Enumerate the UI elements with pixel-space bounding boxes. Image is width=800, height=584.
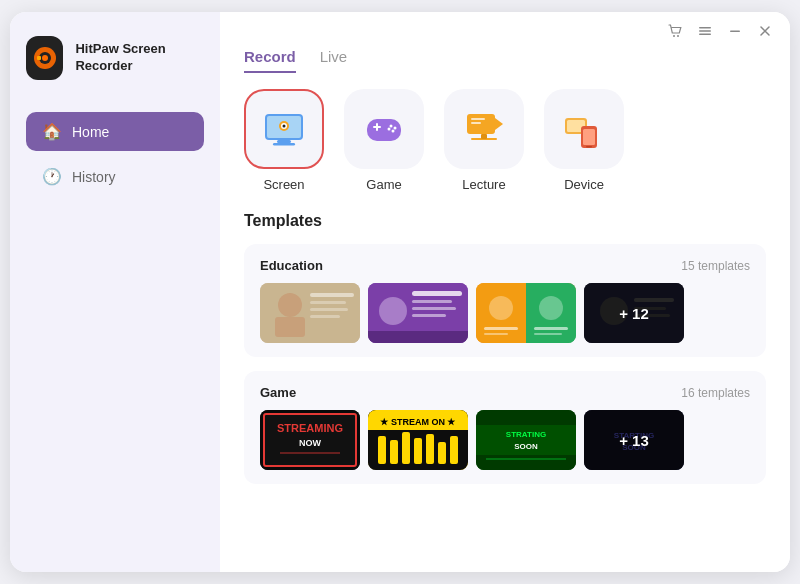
svg-point-5 [677,35,679,37]
app-title: HitPaw Screen Recorder [75,41,204,75]
svg-rect-26 [471,118,485,120]
svg-rect-38 [310,293,354,297]
svg-text:STRATING: STRATING [506,430,546,439]
sidebar-history-label: History [72,169,116,185]
game-thumb-2[interactable]: ★ STREAM ON ★ [368,410,468,470]
record-mode-game[interactable]: Game [344,89,424,192]
svg-marker-25 [495,118,503,130]
edu-thumb-1[interactable] [260,283,360,343]
edu-thumb-3[interactable] [476,283,576,343]
svg-rect-37 [275,317,305,337]
app-window: HitPaw Screen Recorder 🏠 Home 🕐 History [10,12,790,572]
svg-text:NOW: NOW [299,438,322,448]
svg-rect-73 [414,438,422,464]
logo-area: HitPaw Screen Recorder [26,36,204,80]
svg-point-51 [489,296,513,320]
sidebar-item-history[interactable]: 🕐 History [26,157,204,196]
templates-title: Templates [244,212,766,230]
svg-rect-29 [481,134,487,139]
svg-rect-45 [412,300,452,303]
cart-button[interactable] [666,22,684,40]
svg-rect-27 [471,122,481,124]
svg-text:SOON: SOON [514,442,538,451]
svg-point-36 [278,293,302,317]
game-icon-bg [344,89,424,169]
edu-overlay: + 12 [584,283,684,343]
svg-text:★ STREAM ON ★: ★ STREAM ON ★ [380,417,456,427]
svg-rect-6 [699,27,711,29]
app-logo [26,36,63,80]
svg-point-2 [42,55,48,61]
edu-thumb-4[interactable]: + 12 [584,283,684,343]
svg-rect-12 [277,140,291,143]
svg-rect-66 [280,452,340,454]
svg-text:STREAMING: STREAMING [277,422,343,434]
svg-rect-81 [486,458,566,460]
svg-rect-9 [730,31,740,33]
game-count: 16 templates [681,386,750,400]
svg-rect-3 [37,56,41,60]
svg-rect-54 [534,327,568,330]
edu-plus-count: + 12 [619,305,649,322]
screen-mode-label: Screen [263,177,304,192]
tab-live[interactable]: Live [320,48,348,73]
svg-point-21 [394,127,397,130]
device-icon-bg [544,89,624,169]
game-mode-label: Game [366,177,401,192]
svg-rect-56 [534,333,562,335]
record-mode-device[interactable]: Device [544,89,624,192]
svg-point-4 [673,35,675,37]
svg-rect-72 [402,432,410,464]
menu-button[interactable] [696,22,714,40]
svg-rect-70 [378,436,386,464]
svg-rect-13 [273,143,295,146]
home-icon: 🏠 [42,122,62,141]
svg-point-22 [392,130,395,133]
education-thumbs: + 12 [260,283,750,343]
svg-point-16 [283,125,286,128]
svg-rect-71 [390,440,398,464]
game-category: Game 16 templates STREAMING NOW [244,371,766,484]
education-header: Education 15 templates [260,258,750,273]
record-modes-row: Screen Game [220,73,790,208]
svg-rect-75 [438,442,446,464]
game-thumb-4[interactable]: STARTING SOON + 13 [584,410,684,470]
edu-thumb-2[interactable] [368,283,468,343]
education-category: Education 15 templates [244,244,766,357]
game-thumb-1[interactable]: STREAMING NOW [260,410,360,470]
tabs-row: Record Live [220,40,790,73]
screen-icon-bg [244,89,324,169]
svg-point-52 [539,296,563,320]
svg-rect-17 [367,119,401,141]
svg-rect-47 [412,314,446,317]
lecture-icon-bg [444,89,524,169]
svg-rect-39 [310,301,346,304]
svg-rect-24 [467,114,495,134]
minimize-button[interactable] [726,22,744,40]
sidebar-home-label: Home [72,124,109,140]
svg-rect-40 [310,308,348,311]
game-cat-name: Game [260,385,296,400]
tab-record[interactable]: Record [244,48,296,73]
sidebar: HitPaw Screen Recorder 🏠 Home 🕐 History [10,12,220,572]
close-button[interactable] [756,22,774,40]
svg-rect-53 [484,327,518,330]
education-count: 15 templates [681,259,750,273]
svg-rect-7 [699,30,711,32]
svg-point-43 [379,297,407,325]
svg-rect-46 [412,307,456,310]
svg-point-20 [390,125,393,128]
main-content: Record Live Screen [220,12,790,572]
svg-rect-74 [426,434,434,464]
education-name: Education [260,258,323,273]
svg-point-23 [388,128,391,131]
svg-rect-33 [583,129,595,145]
game-overlay: + 13 [584,410,684,470]
game-thumb-3[interactable]: STRATING SOON [476,410,576,470]
record-mode-lecture[interactable]: Lecture [444,89,524,192]
record-mode-screen[interactable]: Screen [244,89,324,192]
sidebar-item-home[interactable]: 🏠 Home [26,112,204,151]
svg-rect-8 [699,34,711,36]
svg-rect-41 [310,315,340,318]
svg-rect-34 [586,146,592,148]
